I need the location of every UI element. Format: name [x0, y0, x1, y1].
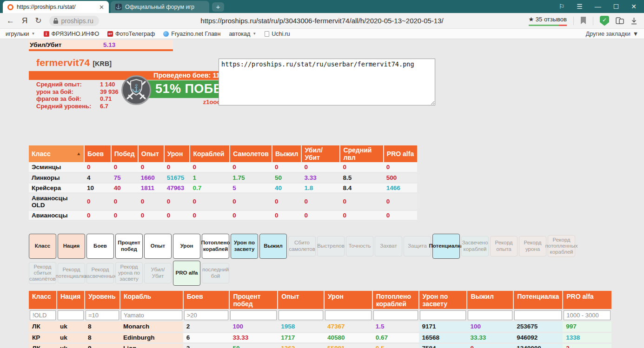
filter-button[interactable]: Урон по засвету	[231, 234, 258, 259]
column-header[interactable]: PRO alfa	[563, 291, 611, 309]
refresh-button[interactable]: ↻	[35, 16, 41, 26]
tab-forum[interactable]: ⚓ Официальный форум игр	[111, 1, 209, 13]
filter-button[interactable]: Опыт	[144, 234, 172, 259]
column-header[interactable]: Боев	[183, 291, 230, 309]
bookmark-item[interactable]: игрульки▼	[6, 31, 35, 37]
column-header[interactable]: Урон	[164, 145, 190, 162]
adblock-shield-icon[interactable]: ✓	[600, 16, 609, 26]
site-security-pill[interactable]: proships.ru	[49, 16, 99, 26]
column-header[interactable]: Нация	[57, 291, 85, 309]
column-header[interactable]: Средний лвл	[340, 145, 383, 162]
class-label: Авианосцы OLD	[29, 193, 84, 210]
column-header[interactable]: Урон по засвету	[419, 291, 467, 309]
column-filter-input[interactable]	[325, 310, 372, 320]
filter-cell	[120, 309, 183, 322]
filter-button[interactable]: Рекорд урона по засвету	[115, 262, 143, 284]
tab-close-icon[interactable]: ✕	[99, 4, 104, 11]
maximize-button[interactable]: ☐	[613, 3, 619, 10]
column-header[interactable]: Класс	[29, 291, 57, 309]
column-header[interactable]: Побед	[111, 145, 138, 162]
filter-button[interactable]: Рекорд опыта	[490, 236, 518, 256]
bookmark-item[interactable]: Fryazino.net Главн	[163, 31, 220, 37]
yandex-icon[interactable]: Я	[22, 16, 27, 26]
stat-cell: 40	[111, 183, 138, 193]
column-header[interactable]: Потенциалка	[513, 291, 563, 309]
back-button[interactable]: ←	[7, 16, 14, 26]
filter-button[interactable]: Рекорд потенциалки	[58, 263, 85, 283]
filter-button[interactable]: Рекорд засвеченных	[86, 263, 114, 283]
column-header[interactable]: Процент побед	[229, 291, 278, 309]
filter-button[interactable]: Потенциалка	[432, 234, 460, 259]
column-filter-input[interactable]	[279, 310, 323, 320]
stat-cell: 1958	[278, 322, 324, 332]
filter-button[interactable]: Выжил	[259, 234, 287, 259]
tab-proships[interactable]: https://proships.ru/stat/ ✕	[3, 1, 109, 13]
filter-button[interactable]: Нация	[58, 234, 85, 259]
column-header[interactable]: Урон	[324, 291, 372, 309]
column-filter-input[interactable]	[468, 310, 512, 320]
close-window-button[interactable]: ✕	[631, 3, 637, 10]
filter-button[interactable]: последний бой	[202, 263, 229, 283]
column-filter-input[interactable]	[86, 310, 119, 320]
column-filter-input[interactable]	[230, 310, 277, 320]
filter-button[interactable]: PRO alfa	[173, 261, 200, 286]
filter-button[interactable]: Убил/Убит	[144, 263, 172, 283]
stat-cell: 40580	[324, 332, 372, 343]
filter-button[interactable]: Урон	[173, 234, 200, 259]
collections-icon[interactable]	[616, 17, 624, 25]
column-header[interactable]: Выжил	[272, 145, 302, 162]
reviews-badge[interactable]: ★ 35 отзывов	[529, 16, 567, 26]
filter-button[interactable]: Рекорд потопленных кораблей	[548, 235, 575, 257]
bookmark-flag-icon[interactable]	[580, 17, 586, 25]
column-filter-input[interactable]	[420, 310, 466, 320]
filter-button[interactable]: Рекорд сбитых самолётов	[29, 262, 56, 284]
download-icon[interactable]	[631, 17, 637, 25]
filter-button[interactable]: Потоплено кораблей	[202, 234, 229, 259]
ships-table-header-row: КлассНацияУровеньКорабльБоевПроцент побе…	[29, 291, 611, 309]
stat-cell: 75	[111, 172, 138, 183]
column-filter-input[interactable]	[121, 310, 182, 320]
bookmark-item[interactable]: автокад▼	[229, 31, 256, 37]
new-tab-button[interactable]: +	[212, 2, 224, 12]
stat-cell: 1340000	[513, 343, 563, 348]
column-filter-input[interactable]	[30, 310, 56, 320]
filter-button[interactable]: Класс	[29, 234, 56, 259]
filter-button[interactable]: Процент побед	[115, 234, 143, 259]
column-filter-input[interactable]	[564, 310, 611, 320]
bookmark-item[interactable]: ФТФотоТелеграф	[107, 31, 155, 37]
menu-icon[interactable]: ☰	[577, 3, 583, 10]
column-header[interactable]: Боев	[84, 145, 111, 162]
minimize-button[interactable]: —	[595, 3, 601, 10]
column-header[interactable]: Потоплено кораблей	[372, 291, 419, 309]
column-header[interactable]: Класс▲	[29, 145, 84, 162]
filter-button[interactable]: Выстрелов	[317, 236, 345, 256]
filter-button[interactable]: Точность	[346, 236, 373, 256]
column-header[interactable]: Корабль	[120, 291, 183, 309]
filter-button[interactable]: Боев	[86, 234, 114, 259]
filter-button[interactable]: Рекорд урона	[519, 236, 546, 256]
filter-button[interactable]: Сбито самолетов	[288, 236, 316, 256]
column-header[interactable]: Самолетов	[230, 145, 272, 162]
column-header[interactable]: Кораблей	[190, 145, 230, 162]
filter-button[interactable]: Засвечено кораблей	[461, 236, 489, 256]
sidebar-panel-icon[interactable]: ⚐	[559, 3, 565, 10]
column-header[interactable]: Выжил	[467, 291, 513, 309]
column-filter-input[interactable]	[373, 310, 418, 320]
filter-button[interactable]: Захват	[375, 236, 402, 256]
column-filter-input[interactable]	[514, 310, 562, 320]
column-header[interactable]: Убил/Убит	[301, 145, 340, 162]
column-filter-input[interactable]	[58, 310, 84, 320]
filter-button[interactable]: Защита	[404, 236, 431, 256]
stat-cell: 997	[563, 322, 611, 332]
column-header[interactable]: Опыт	[138, 145, 164, 162]
column-header[interactable]: Опыт	[278, 291, 324, 309]
stat-cell: 0	[138, 162, 164, 172]
stat-cell: 1466	[384, 183, 417, 193]
column-header[interactable]: Уровень	[85, 291, 120, 309]
bookmark-item[interactable]: Uchi.ru	[265, 31, 290, 37]
column-header[interactable]: PRO alfa	[384, 145, 417, 162]
bookmark-item[interactable]: iФРЯЗИНО.ИНФО	[44, 31, 100, 37]
column-filter-input[interactable]	[184, 310, 229, 320]
userbar-textarea[interactable]	[219, 59, 435, 105]
other-bookmarks-button[interactable]: Другие закладки▼	[586, 31, 638, 37]
